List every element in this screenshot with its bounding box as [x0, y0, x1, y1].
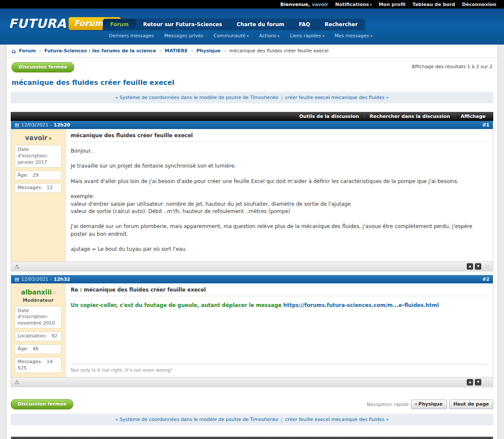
discussion-fermee-button[interactable]: Discussion fermée	[12, 62, 74, 72]
quoted-thread-link[interactable]: https://forums.futura-sciences.com/m...e…	[283, 302, 439, 308]
post-2-user-panel: albanxiii Modérateur Date d'inscription:…	[11, 283, 66, 378]
page-body: ⌂ Forum » Futura-Sciences : les forums d…	[0, 45, 504, 439]
post-1-number-link[interactable]: #1	[482, 122, 489, 128]
user-field: Messages:14 525	[15, 357, 62, 373]
prev-thread-link[interactable]: « Système de coordonnées dans le modèle …	[115, 417, 279, 422]
welcome-label: Bienvenue,	[280, 2, 310, 7]
subnav-messages-prives[interactable]: Messages privés	[164, 33, 203, 39]
post-paragraph: Je travaille sur un projet de fontaine s…	[71, 162, 488, 170]
user-role: Modérateur	[15, 298, 62, 303]
brand-name: FUTURA	[9, 16, 66, 31]
chevron-down-icon: ▾	[278, 34, 280, 38]
subnav-communaute[interactable]: Communauté▾	[213, 33, 249, 39]
breadcrumb-matiere[interactable]: MATIERE	[165, 48, 188, 54]
subnav-mes-messages[interactable]: Mes messages▾	[335, 33, 372, 39]
post-2-message: Un copier-coller, c'est du foutage de gu…	[71, 302, 488, 309]
online-status-icon	[49, 137, 51, 140]
topbar-item-tableau-de-bord[interactable]: Tableau de bord	[412, 2, 455, 7]
user-field: Âge:46	[15, 344, 62, 354]
post-1-footer: ⚠ ▲ ▼ | |	[11, 262, 493, 271]
scroll-up-button[interactable]: ▲	[467, 379, 473, 385]
affichage-menu[interactable]: Affichage	[455, 114, 491, 119]
tab-faq[interactable]: FAQ	[291, 19, 317, 30]
prev-thread-link[interactable]: « Système de coordonnées dans le modèle …	[115, 95, 279, 100]
post-2-signature: Not only is it not right, it's not even …	[71, 364, 488, 373]
post-1-user-panel: vavoir Date d'inscription: janvier 2017 …	[11, 129, 66, 262]
bottom-controls: Discussion fermée Navigation rapide ▾Phy…	[11, 399, 493, 409]
site-header: FUTURA Forums Forum Retour sur Futura-Sc…	[0, 9, 504, 45]
subnav-derniers-messages[interactable]: Derniers messages	[109, 33, 154, 39]
post-2-title: Re : mécanique des fluides créer feuille…	[71, 287, 488, 296]
user-field: Âge:29	[15, 171, 62, 180]
home-icon[interactable]: ⌂	[12, 49, 16, 53]
subnav-liens-rapides[interactable]: Liens rapides▾	[290, 33, 324, 39]
post-2-footer: ⚠ ▲ ▼ | |	[11, 377, 493, 387]
topbar-item-mon-profil[interactable]: Mon profil	[378, 2, 405, 7]
footer-separator: | |	[485, 380, 489, 385]
post-date-icon: ▤	[15, 122, 19, 128]
next-thread-link[interactable]: créer feuille execel mécanique des fluid…	[285, 95, 389, 100]
report-post-icon[interactable]: ⚠	[15, 263, 20, 270]
breadcrumb-separator-icon: »	[224, 48, 226, 53]
post-paragraph: Bonjour,	[71, 147, 488, 155]
user-field: Date d'inscription: novembre 2010	[15, 306, 62, 329]
user-field: Messages:12	[15, 183, 62, 193]
post-2-date: ▤ 12/03/2021 - 12h32	[15, 277, 70, 282]
breadcrumb-forum[interactable]: Forum	[19, 48, 36, 54]
post-1-username-link[interactable]: vavoir	[15, 134, 62, 142]
tab-retour-futura-sciences[interactable]: Retour sur Futura-Sciences	[136, 19, 229, 30]
post-2-header: ▤ 12/03/2021 - 12h32 #2	[11, 275, 493, 283]
similar-threads-header: Discussions similaires	[11, 437, 493, 439]
discussion-fermee-button-bottom[interactable]: Discussion fermée	[11, 399, 73, 409]
topbar-item-deconnexion[interactable]: Déconnexion	[462, 2, 496, 7]
scroll-up-button[interactable]: ▲	[467, 263, 473, 270]
report-post-icon[interactable]: ⚠	[15, 379, 20, 385]
topbar: Bienvenue, vavoir Notifications▾ Mon pro…	[0, 0, 504, 9]
haut-de-page-button[interactable]: Haut de page	[449, 400, 493, 409]
prev-next-separator: |	[281, 95, 283, 100]
post-1-date: ▤ 12/03/2021 - 12h20	[15, 122, 70, 128]
post-paragraph: J'ai demandé sur un forum plomberie, mai…	[71, 223, 488, 238]
prev-next-separator: |	[281, 417, 283, 422]
chevron-down-icon: ▾	[415, 402, 417, 406]
breadcrumb-separator-icon: »	[191, 48, 193, 53]
outils-discussion-menu[interactable]: Outils de la discussion	[294, 114, 364, 119]
main-navigation: Forum Retour sur Futura-Sciences Charte …	[103, 19, 372, 39]
chevron-down-icon: ▾	[370, 3, 372, 7]
breadcrumb-futura-sciences[interactable]: Futura-Sciences : les forums de la scien…	[45, 48, 156, 54]
chevron-down-icon: ▾	[370, 34, 372, 38]
thread-prev-next-bar-bottom: « Système de coordonnées dans le modèle …	[11, 414, 493, 425]
next-thread-link[interactable]: créer feuille execel mécanique des fluid…	[285, 417, 389, 422]
subnav-actions[interactable]: Actions▾	[259, 33, 279, 39]
content-card: ⌂ Forum » Futura-Sciences : les forums d…	[6, 45, 498, 439]
nav-tabs: Forum Retour sur Futura-Sciences Charte …	[103, 19, 365, 30]
post-paragraph: exemple: valeur d'entrer saisie par util…	[71, 193, 488, 215]
topbar-item-notifications[interactable]: Notifications▾	[335, 2, 372, 7]
tab-charte-du-forum[interactable]: Charte du forum	[229, 19, 291, 30]
forum-jump-button[interactable]: ▾Physique	[411, 400, 447, 409]
scroll-down-button[interactable]: ▼	[475, 379, 481, 385]
thread-toolbar: Outils de la discussion Rechercher dans …	[11, 112, 493, 121]
quick-navigation: Navigation rapide ▾Physique Haut de page	[367, 400, 493, 409]
breadcrumb-separator-icon: »	[39, 48, 41, 53]
breadcrumb-separator-icon: »	[159, 48, 162, 53]
post-1: ▤ 12/03/2021 - 12h20 #1 vavoir Date d'in…	[11, 121, 493, 271]
post-1-content: mécanique des fluides créer feuille exec…	[66, 129, 493, 262]
topbar-username-link[interactable]: vavoir	[312, 2, 328, 7]
navigation-rapide-label: Navigation rapide	[367, 402, 409, 407]
post-2-number-link[interactable]: #2	[482, 277, 489, 282]
user-field: Date d'inscription: janvier 2017	[15, 145, 62, 168]
rechercher-discussion-menu[interactable]: Rechercher dans la discussion	[364, 114, 456, 119]
post-1-header: ▤ 12/03/2021 - 12h20 #1	[11, 121, 493, 129]
breadcrumb-physique[interactable]: Physique	[196, 48, 221, 54]
footer-separator: | |	[485, 264, 489, 269]
post-2-username-link[interactable]: albanxiii	[15, 289, 62, 296]
scroll-down-button[interactable]: ▼	[475, 263, 481, 270]
page-title: mécanique des fluides créer feuille exec…	[12, 78, 492, 87]
chevron-down-icon: ▾	[247, 34, 249, 38]
tab-rechercher[interactable]: Rechercher	[318, 19, 365, 30]
tab-forum[interactable]: Forum	[103, 19, 136, 30]
user-field: Localisation:92	[15, 331, 62, 341]
sub-navigation: Derniers messages Messages privés Commun…	[103, 33, 372, 39]
breadcrumb: ⌂ Forum » Futura-Sciences : les forums d…	[6, 45, 498, 57]
